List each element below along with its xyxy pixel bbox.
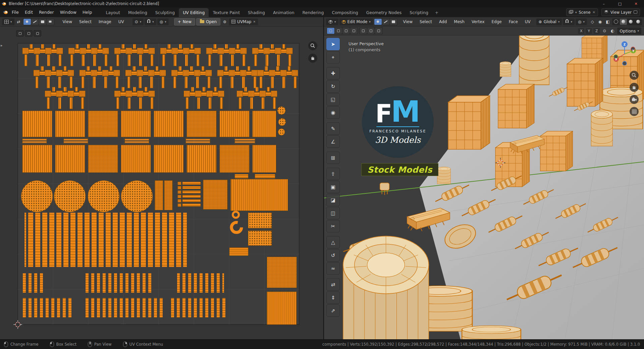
select-new-button[interactable] bbox=[327, 28, 334, 34]
toggle-xray-button[interactable]: ◧ bbox=[604, 18, 611, 25]
tab-layout[interactable]: Layout bbox=[102, 8, 124, 17]
tool-spin[interactable]: ↺ bbox=[326, 249, 340, 261]
minimize-button[interactable]: – bbox=[596, 0, 612, 7]
tool-add-cube[interactable]: ⊞ bbox=[326, 152, 340, 164]
tab-geometry-nodes[interactable]: Geometry Nodes bbox=[362, 8, 406, 17]
uv-options-toggle[interactable] bbox=[34, 30, 41, 37]
uv-menu-image[interactable]: Image bbox=[96, 18, 114, 25]
tool-poly-build[interactable]: △ bbox=[326, 236, 340, 248]
editor-type-button[interactable]: ▾ bbox=[2, 18, 14, 25]
vp-menu-mesh[interactable]: Mesh bbox=[451, 18, 468, 25]
tool-loop-cut[interactable]: ◫ bbox=[326, 207, 340, 219]
pin-image-icon[interactable]: ⊚ bbox=[221, 18, 228, 25]
menu-edit[interactable]: Edit bbox=[22, 8, 36, 16]
tool-transform[interactable]: ◉ bbox=[326, 106, 340, 119]
material-shading-button[interactable] bbox=[627, 19, 634, 25]
mirror-y-toggle[interactable]: Y bbox=[586, 28, 592, 34]
view-layer-selector[interactable]: View Layer bbox=[601, 8, 640, 16]
tool-shear[interactable]: ⇗ bbox=[326, 304, 340, 317]
pan-button[interactable] bbox=[630, 83, 639, 92]
edge-select-button[interactable] bbox=[382, 19, 389, 25]
tool-option-c-button[interactable] bbox=[375, 28, 382, 34]
tool-bevel[interactable]: ◪ bbox=[326, 194, 340, 206]
uv-overlays-toggle[interactable] bbox=[25, 30, 33, 37]
tool-tweak-select[interactable]: ➤ bbox=[326, 38, 340, 50]
pan-button[interactable] bbox=[308, 54, 317, 63]
uv-map-clear-icon[interactable]: ✕ bbox=[253, 20, 256, 23]
tool-smooth[interactable]: ≈ bbox=[326, 262, 340, 275]
tab-compositing[interactable]: Compositing bbox=[328, 8, 362, 17]
add-workspace-button[interactable]: + bbox=[432, 8, 441, 17]
tab-uv-editing[interactable]: UV Editing bbox=[179, 8, 209, 17]
uv-gizmo-toggle[interactable] bbox=[16, 30, 24, 37]
select-extend-button[interactable] bbox=[335, 28, 342, 34]
navigation-gizmo[interactable]: Z Y X bbox=[612, 40, 637, 66]
tool-edge-slide[interactable]: ⇄ bbox=[326, 278, 340, 291]
vp-menu-vertex[interactable]: Vertex bbox=[469, 18, 488, 25]
solid-shading-button[interactable] bbox=[620, 19, 627, 25]
vp-menu-uv[interactable]: UV bbox=[522, 18, 534, 25]
tool-measure[interactable]: ∠ bbox=[326, 135, 340, 148]
proportional-editing-button[interactable]: ◎ ▾ bbox=[157, 18, 169, 25]
tab-shading[interactable]: Shading bbox=[244, 8, 269, 17]
uv-edge-mode-button[interactable] bbox=[31, 19, 39, 25]
vertex-select-button[interactable] bbox=[374, 19, 382, 25]
tab-animation[interactable]: Animation bbox=[269, 8, 299, 17]
mirror-x-toggle[interactable]: X bbox=[578, 28, 584, 34]
visibility-options-icon[interactable]: ◐ bbox=[609, 27, 616, 34]
vp-menu-face[interactable]: Face bbox=[506, 18, 521, 25]
close-button[interactable]: ✕ bbox=[628, 0, 644, 7]
select-invert-button[interactable] bbox=[350, 28, 358, 34]
proportional-editing-button[interactable]: ◎ ▾ bbox=[576, 18, 587, 25]
scene-clear-icon[interactable]: ✕ bbox=[593, 10, 595, 14]
tool-knife[interactable]: ✂ bbox=[326, 220, 340, 232]
tool-rotate[interactable]: ↻ bbox=[326, 80, 340, 93]
mode-selector[interactable]: Edit Mode ▾ bbox=[339, 18, 373, 25]
tool-option-b-button[interactable] bbox=[367, 28, 375, 34]
editor-type-button[interactable]: ▾ bbox=[326, 18, 338, 25]
tab-scripting[interactable]: Scripting bbox=[406, 8, 432, 17]
pivot-point-button[interactable]: ⊙ ▾ bbox=[132, 18, 144, 25]
viewport-canvas[interactable]: X Y Z ⊙ ◐ Options ▾ ➤ ⌖ ✚ ↻ ◱ bbox=[324, 26, 644, 340]
transform-orientation-selector[interactable]: ⊕ Global ▾ bbox=[536, 18, 562, 25]
options-dropdown[interactable]: Options ▾ bbox=[617, 27, 641, 34]
menu-file[interactable]: File bbox=[9, 8, 22, 16]
zoom-button[interactable] bbox=[630, 71, 639, 80]
tool-cursor[interactable]: ⌖ bbox=[326, 51, 340, 63]
mirror-z-toggle[interactable]: Z bbox=[593, 28, 600, 34]
blender-menu-button[interactable] bbox=[2, 9, 9, 16]
select-subtract-button[interactable] bbox=[342, 28, 350, 34]
snapping-button[interactable]: ▾ bbox=[145, 18, 156, 25]
tool-extrude-region[interactable]: ⇧ bbox=[326, 168, 340, 180]
tab-sculpting[interactable]: Sculpting bbox=[151, 8, 179, 17]
tool-option-a-button[interactable] bbox=[360, 28, 367, 34]
show-gizmos-toggle[interactable]: ◇ bbox=[589, 18, 596, 25]
uv-face-mode-button[interactable] bbox=[39, 19, 46, 25]
open-image-button[interactable]: Open bbox=[196, 18, 220, 25]
tab-rendering[interactable]: Rendering bbox=[299, 8, 328, 17]
menu-help[interactable]: Help bbox=[79, 8, 95, 16]
zoom-button[interactable] bbox=[308, 41, 317, 50]
tool-move[interactable]: ✚ bbox=[326, 67, 340, 79]
vp-menu-view[interactable]: View bbox=[400, 18, 416, 25]
expand-sidebar-arrow[interactable]: ▸ bbox=[1, 43, 3, 48]
tool-scale[interactable]: ◱ bbox=[326, 93, 340, 106]
vp-menu-select[interactable]: Select bbox=[417, 18, 435, 25]
snap-options-icon[interactable]: ⊙ bbox=[601, 27, 608, 34]
maximize-button[interactable]: □ bbox=[612, 0, 628, 7]
camera-view-button[interactable] bbox=[630, 95, 639, 104]
vp-menu-edge[interactable]: Edge bbox=[488, 18, 504, 25]
menu-render[interactable]: Render bbox=[36, 8, 57, 16]
uv-menu-uv[interactable]: UV bbox=[115, 18, 127, 25]
new-image-button[interactable]: + New bbox=[174, 18, 195, 25]
snapping-button[interactable]: ▾ bbox=[563, 18, 575, 25]
rendered-shading-button[interactable] bbox=[635, 19, 642, 25]
tool-shrink-fatten[interactable]: ⇕ bbox=[326, 291, 340, 304]
uv-menu-view[interactable]: View bbox=[60, 18, 75, 25]
face-select-button[interactable] bbox=[390, 19, 397, 25]
uv-vertex-mode-button[interactable] bbox=[23, 19, 31, 25]
tool-inset-faces[interactable]: ▣ bbox=[326, 181, 340, 193]
toggle-perspective-button[interactable] bbox=[630, 107, 639, 116]
tab-texture-paint[interactable]: Texture Paint bbox=[209, 8, 244, 17]
uv-island-mode-button[interactable] bbox=[47, 19, 54, 25]
